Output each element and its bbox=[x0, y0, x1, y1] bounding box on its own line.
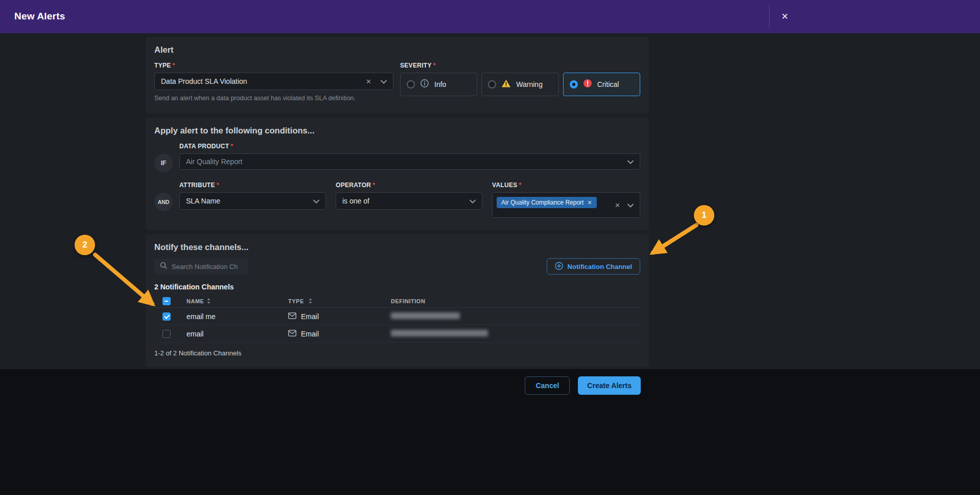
chevron-down-icon[interactable] bbox=[627, 200, 634, 210]
chevron-down-icon[interactable] bbox=[627, 158, 634, 166]
severity-option-label: Info bbox=[434, 80, 446, 88]
channels-table: NAME TYPE DEFINITION email me Email bbox=[154, 295, 640, 343]
critical-icon bbox=[583, 79, 592, 90]
channel-type: Email bbox=[301, 312, 319, 321]
table-row[interactable]: email me Email bbox=[154, 308, 640, 325]
type-description: Send an alert when a data product asset … bbox=[154, 95, 393, 102]
operator-value: is one of bbox=[342, 197, 460, 205]
sort-icon[interactable] bbox=[309, 298, 312, 305]
column-header-type[interactable]: TYPE bbox=[288, 298, 391, 305]
alert-type-select[interactable]: Data Product SLA Violation ✕ bbox=[154, 73, 393, 90]
modal-body: Alert TYPE* Data Product SLA Violation ✕… bbox=[0, 33, 980, 369]
conditions-section-title: Apply alert to the following conditions.… bbox=[154, 126, 640, 136]
if-badge: IF bbox=[154, 154, 173, 172]
values-multiselect[interactable]: Air Quality Compliance Report ✕ ✕ bbox=[492, 192, 640, 218]
search-icon bbox=[160, 262, 167, 271]
required-marker: * bbox=[230, 143, 233, 150]
channel-name: email bbox=[186, 330, 288, 338]
clear-icon[interactable]: ✕ bbox=[366, 78, 371, 85]
row-checkbox[interactable] bbox=[162, 312, 171, 321]
value-chip[interactable]: Air Quality Compliance Report ✕ bbox=[497, 197, 597, 208]
close-icon[interactable]: ✕ bbox=[777, 8, 793, 25]
plus-circle-icon bbox=[555, 262, 563, 272]
required-marker: * bbox=[217, 182, 219, 189]
severity-option-critical[interactable]: Critical bbox=[563, 73, 640, 96]
modal-footer: Cancel Create Alerts bbox=[0, 369, 980, 495]
info-icon bbox=[420, 79, 429, 90]
column-header-name[interactable]: NAME bbox=[186, 298, 288, 305]
add-notification-channel-button[interactable]: Notification Channel bbox=[547, 258, 640, 275]
channel-count: 2 Notification Channels bbox=[154, 283, 640, 291]
required-marker: * bbox=[519, 182, 522, 189]
new-alerts-modal: New Alerts ✕ Alert TYPE* Data Product SL… bbox=[0, 0, 980, 495]
table-row[interactable]: email Email bbox=[154, 325, 640, 343]
values-label: VALUES* bbox=[492, 182, 640, 189]
radio-selected[interactable] bbox=[570, 80, 578, 88]
channel-type: Email bbox=[301, 330, 319, 338]
header-divider bbox=[769, 5, 769, 29]
sort-icon[interactable] bbox=[207, 298, 211, 305]
chevron-down-icon[interactable] bbox=[381, 77, 387, 85]
radio-unselected[interactable] bbox=[407, 80, 415, 88]
conditions-section: Apply alert to the following conditions.… bbox=[146, 118, 649, 230]
attribute-label: ATTRIBUTE* bbox=[179, 182, 326, 189]
severity-label: SEVERITY* bbox=[400, 62, 640, 69]
chip-remove-icon[interactable]: ✕ bbox=[587, 200, 592, 206]
severity-option-info[interactable]: Info bbox=[400, 73, 477, 96]
row-checkbox[interactable] bbox=[162, 330, 171, 338]
alert-section-title: Alert bbox=[154, 45, 640, 55]
create-alerts-button[interactable]: Create Alerts bbox=[578, 376, 641, 395]
and-badge: AND bbox=[154, 193, 173, 211]
severity-option-label: Critical bbox=[597, 80, 619, 88]
operator-select[interactable]: is one of bbox=[336, 192, 482, 210]
data-product-value: Air Quality Report bbox=[186, 158, 618, 166]
required-marker: * bbox=[372, 182, 375, 189]
pagination-text: 1-2 of 2 Notification Channels bbox=[154, 349, 640, 357]
channel-name: email me bbox=[186, 312, 288, 321]
channel-search[interactable] bbox=[154, 259, 248, 275]
select-all-checkbox[interactable] bbox=[162, 297, 171, 305]
email-icon bbox=[288, 312, 296, 321]
email-icon bbox=[288, 330, 296, 338]
radio-unselected[interactable] bbox=[488, 80, 496, 88]
modal-title: New Alerts bbox=[14, 11, 65, 22]
channels-section: Notify these channels... Notification Ch… bbox=[146, 234, 649, 367]
channels-section-title: Notify these channels... bbox=[154, 242, 640, 252]
attribute-value: SLA Name bbox=[186, 197, 304, 205]
warning-icon bbox=[501, 79, 511, 90]
modal-header: New Alerts ✕ bbox=[0, 0, 980, 33]
data-product-select[interactable]: Air Quality Report bbox=[179, 153, 640, 170]
operator-label: OPERATOR* bbox=[336, 182, 482, 189]
search-input[interactable] bbox=[172, 263, 243, 271]
cancel-button[interactable]: Cancel bbox=[525, 376, 570, 395]
severity-option-warning[interactable]: Warning bbox=[481, 73, 558, 96]
clear-icon[interactable]: ✕ bbox=[615, 202, 620, 209]
alert-section: Alert TYPE* Data Product SLA Violation ✕… bbox=[146, 37, 649, 114]
required-marker: * bbox=[173, 62, 175, 69]
severity-option-label: Warning bbox=[516, 80, 543, 88]
alert-type-value: Data Product SLA Violation bbox=[161, 77, 357, 85]
chevron-down-icon[interactable] bbox=[470, 197, 476, 205]
table-header-row: NAME TYPE DEFINITION bbox=[154, 295, 640, 308]
redacted-definition bbox=[391, 312, 460, 319]
redacted-definition bbox=[391, 330, 488, 336]
chevron-down-icon[interactable] bbox=[313, 197, 319, 205]
type-label: TYPE* bbox=[154, 62, 393, 69]
attribute-select[interactable]: SLA Name bbox=[179, 192, 326, 210]
required-marker: * bbox=[433, 62, 436, 69]
data-product-label: DATA PRODUCT* bbox=[179, 143, 640, 150]
column-header-definition: DEFINITION bbox=[391, 298, 640, 304]
